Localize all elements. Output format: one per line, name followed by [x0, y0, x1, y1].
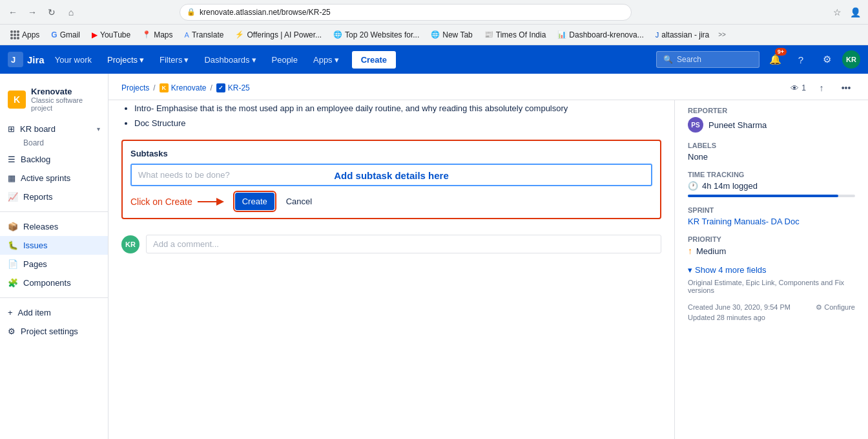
priority-row: ↑ Medium [688, 246, 855, 256]
your-work-nav[interactable]: Your work [50, 51, 97, 69]
sprint-label: Sprint [688, 206, 855, 214]
bookmark-toi-label: Times Of India [496, 30, 546, 39]
updated-info: Updated 28 minutes ago [688, 314, 855, 321]
time-logged: 4h 14m logged [702, 181, 758, 191]
projects-nav[interactable]: Projects ▾ [102, 51, 149, 69]
create-button[interactable]: Create [352, 51, 396, 69]
sidebar-item-issues[interactable]: 🐛 Issues [0, 236, 108, 255]
toi-icon: 📰 [484, 30, 493, 39]
sprint-value[interactable]: KR Training Manuals- DA Doc [688, 217, 800, 226]
offerings-icon: ⚡ [235, 30, 244, 39]
bookmark-translate[interactable]: A Translate [180, 28, 229, 41]
subtask-input[interactable] [130, 164, 652, 186]
configure-button[interactable]: ⚙ Configure [816, 303, 855, 312]
project-type: Classic software project [31, 96, 100, 112]
subtask-cancel-button[interactable]: Cancel [280, 193, 318, 209]
sidebar-item-board[interactable]: ⊞ KR board ▾ [0, 120, 108, 138]
priority-icon: ↑ [688, 246, 692, 256]
breadcrumb-project[interactable]: Krenovate [171, 83, 207, 92]
bookmark-apps[interactable]: Apps [5, 28, 45, 41]
bookmark-dashboard[interactable]: 📊 Dashboard-krenova... [552, 28, 648, 41]
project-name: Krenovate [31, 87, 100, 96]
bookmark-gmail[interactable]: G Gmail [46, 28, 85, 41]
reports-label: Reports [23, 192, 53, 202]
labels-label: Labels [688, 142, 855, 149]
reporter-name: Puneet Sharma [708, 120, 767, 130]
jira-logo[interactable]: J Jira [8, 52, 45, 67]
comment-input[interactable]: Add a comment... [146, 235, 661, 253]
settings-button[interactable]: ⚙ [816, 49, 837, 70]
bookmark-offerings-label: Offerings | AI Power... [247, 30, 322, 39]
star-button[interactable]: ☆ [829, 5, 845, 20]
bullet-intro: Intro- Emphasise that is the most used a… [134, 102, 661, 115]
apps-nav[interactable]: Apps ▾ [308, 51, 344, 69]
sidebar-item-add[interactable]: + Add item [0, 303, 108, 322]
bookmark-top20-label: Top 20 Websites for... [345, 30, 419, 39]
dashboard-icon: 📊 [557, 30, 566, 39]
annotation-area: Click on Create Create Cancel [130, 193, 652, 210]
subtask-create-button[interactable]: Create [235, 193, 274, 210]
project-settings-label: Project settings [21, 327, 78, 336]
bookmark-newtab[interactable]: 🌐 New Tab [426, 28, 477, 41]
gear-icon: ⚙ [823, 54, 831, 65]
more-options-button[interactable]: ••• [837, 79, 855, 97]
annotation-text: Click on Create [130, 197, 192, 207]
reload-button[interactable]: ↻ [44, 5, 59, 20]
sidebar-item-components[interactable]: 🧩 Components [0, 273, 108, 292]
issues-icon: 🐛 [8, 241, 18, 250]
people-nav[interactable]: People [267, 51, 303, 69]
more-bookmarks-button[interactable]: >> [716, 29, 728, 40]
user-avatar[interactable]: KR [842, 50, 860, 69]
bookmark-dashboard-label: Dashboard-krenova... [569, 30, 643, 39]
bookmark-toi[interactable]: 📰 Times Of India [479, 28, 552, 41]
show-more-fields-button[interactable]: ▾ Show 4 more fields [688, 265, 855, 275]
breadcrumb-project-icon: K [160, 83, 169, 92]
sidebar-item-reports[interactable]: 📈 Reports [0, 187, 108, 206]
comment-avatar: KR [121, 235, 140, 253]
filters-nav[interactable]: Filters ▾ [154, 51, 194, 69]
notification-badge: 9+ [775, 48, 787, 56]
breadcrumb-issue-icon: ✓ [216, 83, 225, 92]
issue-content: Intro- Emphasise that is the most used a… [108, 100, 868, 439]
bookmark-youtube[interactable]: ▶ YouTube [87, 28, 136, 41]
time-track-bar [688, 195, 855, 197]
pages-icon: 📄 [8, 259, 18, 269]
comment-placeholder: Add a comment... [153, 239, 219, 249]
share-button[interactable]: ↑ [812, 79, 831, 97]
labels-field: Labels None [688, 142, 855, 162]
breadcrumb-issue-item: ✓ KR-25 [216, 83, 250, 92]
comment-section: KR Add a comment... [121, 230, 661, 259]
projects-chevron-icon: ▾ [140, 55, 144, 65]
breadcrumb-projects[interactable]: Projects [121, 83, 149, 92]
bookmark-jira[interactable]: J altassian - jira [650, 28, 715, 41]
sidebar-item-active-sprints[interactable]: ▦ Active sprints [0, 169, 108, 187]
sprint-field: Sprint KR Training Manuals- DA Doc [688, 206, 855, 226]
breadcrumb-issue[interactable]: KR-25 [228, 83, 250, 92]
profile-button[interactable]: 👤 [847, 5, 863, 20]
bookmark-top20[interactable]: 🌐 Top 20 Websites for... [328, 28, 424, 41]
sidebar-item-pages[interactable]: 📄 Pages [0, 255, 108, 273]
back-button[interactable]: ← [5, 5, 21, 20]
watch-number: 1 [801, 83, 806, 92]
settings-icon: ⚙ [8, 327, 16, 336]
bookmark-offerings[interactable]: ⚡ Offerings | AI Power... [230, 28, 327, 41]
address-text: krenovate.atlassian.net/browse/KR-25 [200, 8, 625, 17]
more-icon: ••• [842, 83, 851, 93]
sidebar-item-releases[interactable]: 📦 Releases [0, 217, 108, 236]
sidebar-item-project-settings[interactable]: ⚙ Project settings [0, 322, 108, 341]
dashboards-nav[interactable]: Dashboards ▾ [199, 51, 261, 69]
address-bar[interactable]: 🔒 krenovate.atlassian.net/browse/KR-25 [180, 4, 632, 21]
bookmark-maps[interactable]: 📍 Maps [137, 28, 178, 41]
search-bar[interactable]: 🔍 Search [656, 51, 760, 68]
sidebar-item-backlog[interactable]: ☰ Backlog [0, 150, 108, 169]
notifications-button[interactable]: 🔔 9+ [765, 49, 785, 70]
labels-value: None [688, 152, 855, 162]
help-button[interactable]: ? [790, 49, 811, 70]
created-value: June 30, 2020, 9:54 PM [715, 303, 790, 311]
pages-label: Pages [23, 259, 47, 269]
search-icon: 🔍 [663, 55, 673, 64]
project-info: Krenovate Classic software project [31, 87, 100, 112]
home-button[interactable]: ⌂ [63, 5, 79, 20]
bookmark-gmail-label: Gmail [60, 30, 80, 39]
forward-button[interactable]: → [25, 5, 40, 20]
